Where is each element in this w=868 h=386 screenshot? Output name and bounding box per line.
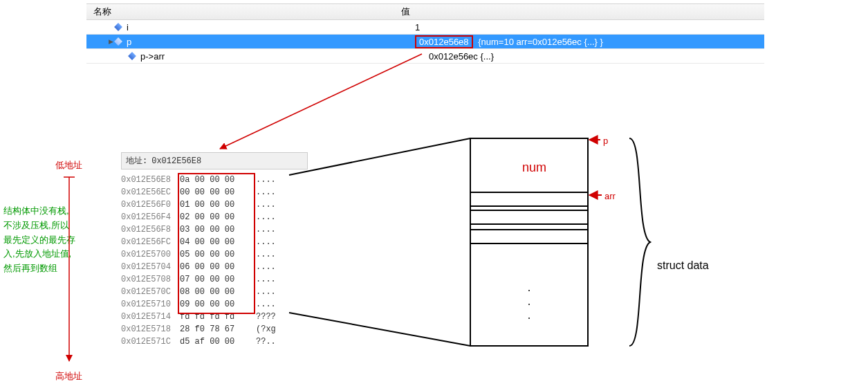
svg-line-12 [289, 313, 470, 346]
label-struct: struct data [657, 259, 709, 272]
memory-row: 0x012E571828 f0 78 67(?xg [121, 323, 308, 336]
watch-row-i[interactable]: i 1 [86, 20, 764, 35]
var-name: i [127, 22, 129, 33]
svg-rect-7 [470, 230, 588, 243]
memory-row: 0x012E56F001 00 00 00.... [121, 199, 308, 211]
col-value-header[interactable]: 值 [401, 6, 764, 18]
svg-line-0 [220, 54, 422, 149]
memory-row: 0x012E570406 00 00 00.... [121, 261, 308, 273]
variable-icon [128, 52, 136, 60]
var-name: p [127, 37, 131, 47]
green-explanation: 结构体中没有栈,不涉及压栈,所以最先定义的最先存入,先放入地址值,然后再到数组 [3, 204, 76, 276]
addr-label: 地址: [126, 155, 147, 167]
memory-row: 0x012E570005 00 00 00.... [121, 248, 308, 261]
memory-table: 0x012E56E80a 00 00 00.... 0x012E56EC00 0… [121, 174, 308, 348]
value-extra: {num=10 arr=0x012e56ec {...} } [478, 37, 603, 47]
expand-icon[interactable]: ▶ [107, 38, 114, 45]
memory-row: 0x012E56FC04 00 00 00.... [121, 236, 308, 248]
memory-row: 0x012E571009 00 00 00.... [121, 298, 308, 311]
memory-row: 0x012E5714fd fd fd fd???? [121, 311, 308, 323]
low-address-label: 低地址 [55, 159, 82, 172]
var-value: 0x012e56ec {...} [429, 51, 764, 62]
label-num: num [522, 160, 546, 175]
svg-point-10 [528, 318, 530, 319]
col-name-header[interactable]: 名称 [86, 6, 401, 18]
memory-row: 0x012E56E80a 00 00 00.... [121, 174, 308, 186]
watch-row-p[interactable]: ▶ p 0x012e56e8 {num=10 arr=0x012e56ec {.… [86, 35, 764, 49]
memory-address-row[interactable]: 地址: 0x012E56E8 [121, 152, 308, 169]
memory-row: 0x012E570807 00 00 00.... [121, 273, 308, 286]
watch-row-parr[interactable]: p->arr 0x012e56ec {...} [86, 49, 764, 64]
label-p: p [603, 136, 608, 146]
var-value: 1 [415, 22, 764, 33]
svg-rect-6 [470, 210, 588, 224]
high-address-label: 高地址 [55, 370, 82, 383]
value-highlight-box: 0x012e56e8 [415, 35, 473, 48]
label-arr: arr [604, 191, 616, 201]
variable-icon [114, 23, 122, 31]
memory-row: 0x012E571Cd5 af 00 00??.. [121, 336, 308, 348]
addr-value: 0x012E56E8 [151, 156, 201, 166]
svg-point-9 [528, 304, 530, 305]
watch-header: 名称 值 [86, 4, 764, 20]
memory-row: 0x012E56F803 00 00 00.... [121, 223, 308, 236]
memory-panel: 地址: 0x012E56E8 0x012E56E80a 00 00 00....… [121, 152, 308, 348]
memory-row: 0x012E56EC00 00 00 00.... [121, 186, 308, 199]
memory-row: 0x012E570C08 00 00 00.... [121, 286, 308, 298]
watch-panel: 名称 值 i 1 ▶ p 0x012e56e8 {num=10 arr=0x01… [86, 3, 764, 64]
memory-row: 0x012E56F402 00 00 00.... [121, 211, 308, 223]
svg-point-8 [528, 290, 530, 291]
variable-icon [114, 37, 122, 46]
svg-line-11 [289, 138, 470, 175]
var-name: p->arr [140, 51, 165, 62]
